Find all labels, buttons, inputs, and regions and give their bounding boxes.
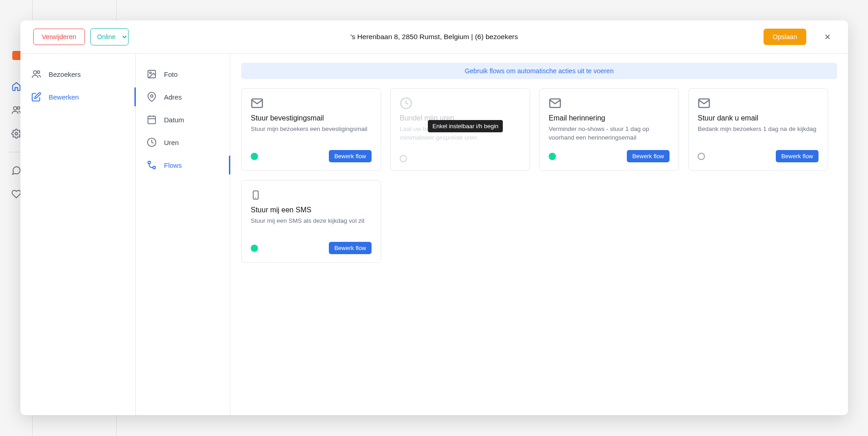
card-title: Stuur bevestigingsmail bbox=[251, 114, 372, 122]
mail-icon bbox=[698, 97, 710, 110]
mid-nav-label: Adres bbox=[164, 93, 182, 101]
left-nav-bewerken[interactable]: Bewerken bbox=[20, 85, 135, 108]
mail-icon bbox=[251, 97, 263, 110]
card-title: Stuur mij een SMS bbox=[251, 206, 372, 214]
edit-flow-button[interactable]: Bewerk flow bbox=[776, 150, 818, 162]
mid-nav-adres[interactable]: Adres bbox=[136, 85, 230, 108]
card-desc: Stuur mijn bezoekers een bevestigingsmai… bbox=[251, 125, 372, 134]
info-banner: Gebruik flows om automatische acties uit… bbox=[241, 63, 837, 79]
status-dot-off bbox=[698, 153, 705, 160]
photo-icon bbox=[147, 69, 157, 79]
flow-card-bundle: Bundel mijn uren Laat uw bezoekers samen… bbox=[390, 88, 530, 171]
flow-card-thankyou: Stuur dank u email Bedank mijn bezoekers… bbox=[688, 88, 828, 171]
edit-modal: Verwijderen Online 's Herenbaan 8, 2850 … bbox=[20, 20, 848, 415]
status-dot-on bbox=[251, 153, 258, 160]
card-title: Stuur dank u email bbox=[698, 114, 818, 122]
card-desc: Stuur mij een SMS als deze kijkdag vol z… bbox=[251, 217, 372, 226]
mid-nav: Foto Adres Datum Uren bbox=[136, 54, 230, 415]
flows-icon bbox=[147, 160, 157, 170]
edit-icon bbox=[31, 92, 41, 102]
mid-nav-label: Uren bbox=[164, 139, 179, 146]
location-icon bbox=[147, 92, 157, 102]
flow-cards: Stuur bevestigingsmail Stuur mijn bezoek… bbox=[241, 88, 837, 263]
save-button[interactable]: Opslaan bbox=[764, 29, 806, 45]
modal-header: Verwijderen Online 's Herenbaan 8, 2850 … bbox=[20, 20, 848, 54]
mid-nav-foto[interactable]: Foto bbox=[136, 63, 230, 85]
svg-point-6 bbox=[37, 71, 40, 74]
svg-point-8 bbox=[149, 72, 151, 74]
svg-point-15 bbox=[148, 161, 151, 164]
edit-flow-button[interactable]: Bewerk flow bbox=[329, 150, 372, 162]
close-icon bbox=[823, 33, 832, 41]
flow-card-reminder: Email herinnering Verminder no-shows - s… bbox=[539, 88, 679, 171]
mid-nav-label: Foto bbox=[164, 70, 178, 78]
flow-card-sms: Stuur mij een SMS Stuur mij een SMS als … bbox=[241, 180, 381, 263]
tooltip: Enkel instelbaar i/h begin bbox=[428, 120, 503, 132]
modal-body: Bezoekers Bewerken Foto Adres bbox=[20, 54, 848, 415]
mid-nav-label: Datum bbox=[164, 116, 184, 124]
left-nav-label: Bewerken bbox=[49, 93, 79, 101]
edit-flow-button[interactable]: Bewerk flow bbox=[627, 150, 670, 162]
main-panel: Gebruik flows om automatische acties uit… bbox=[230, 54, 848, 415]
modal-title: 's Herenbaan 8, 2850 Rumst, Belgium | (6… bbox=[351, 33, 518, 41]
mid-nav-uren[interactable]: Uren bbox=[136, 131, 230, 154]
svg-point-16 bbox=[153, 166, 156, 169]
card-title: Email herinnering bbox=[549, 114, 670, 122]
delete-button[interactable]: Verwijderen bbox=[33, 29, 85, 45]
left-nav-label: Bezoekers bbox=[49, 70, 81, 78]
close-button[interactable] bbox=[820, 29, 835, 45]
mail-icon bbox=[549, 97, 561, 110]
clock-icon bbox=[147, 137, 157, 147]
edit-flow-button[interactable]: Bewerk flow bbox=[329, 242, 372, 254]
mid-nav-label: Flows bbox=[164, 161, 182, 169]
card-desc: Verminder no-shows - stuur 1 dag op voor… bbox=[549, 125, 670, 142]
flow-card-confirmation: Stuur bevestigingsmail Stuur mijn bezoek… bbox=[241, 88, 381, 171]
status-select[interactable]: Online bbox=[90, 28, 129, 45]
mid-nav-flows[interactable]: Flows bbox=[136, 154, 230, 176]
svg-rect-10 bbox=[148, 116, 156, 124]
users-icon bbox=[31, 69, 41, 79]
calendar-icon bbox=[147, 115, 157, 125]
status-dot-disabled bbox=[400, 155, 407, 162]
svg-point-9 bbox=[150, 95, 153, 97]
card-desc: Bedank mijn bezoekers 1 dag na de kijkda… bbox=[698, 125, 818, 134]
status-dot-on bbox=[549, 153, 556, 160]
clock-icon bbox=[400, 97, 412, 110]
left-nav: Bezoekers Bewerken bbox=[20, 54, 136, 415]
left-nav-bezoekers[interactable]: Bezoekers bbox=[20, 63, 135, 85]
svg-point-5 bbox=[34, 71, 37, 74]
mid-nav-datum[interactable]: Datum bbox=[136, 108, 230, 131]
phone-icon bbox=[251, 189, 263, 201]
status-dot-on bbox=[251, 245, 258, 252]
